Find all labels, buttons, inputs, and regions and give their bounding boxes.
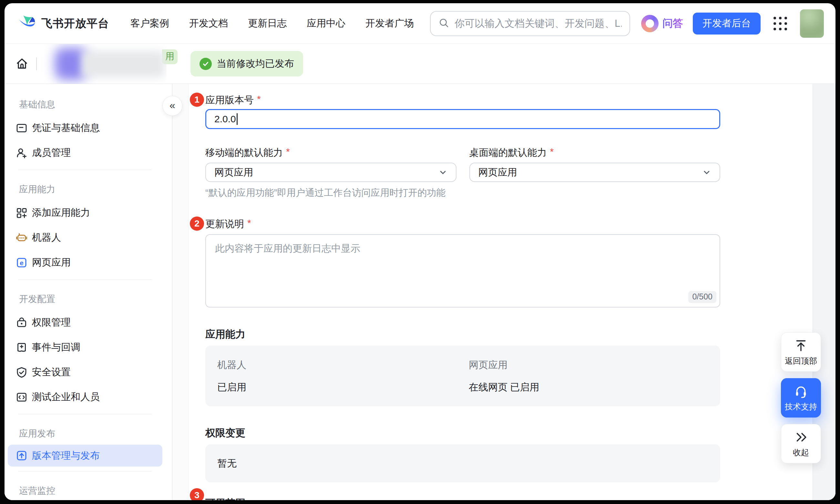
qa-ring-icon	[641, 15, 659, 32]
sidebar-section-publish: 应用发布	[4, 427, 172, 440]
app-name-redacted	[40, 44, 167, 84]
permission-changes-empty: 暂无	[217, 457, 237, 470]
headset-icon	[793, 384, 808, 399]
nav-item-cases[interactable]: 客户案例	[130, 17, 169, 30]
sidebar-item-events[interactable]: 事件与回调	[4, 335, 172, 360]
search-input[interactable]	[455, 18, 622, 29]
changelog-textarea[interactable]: 此内容将于应用的更新日志中显示 0/500	[205, 234, 720, 307]
changelog-label: 更新说明	[205, 217, 244, 231]
check-circle-icon	[199, 58, 212, 70]
required-asterisk: *	[257, 94, 261, 105]
brand-title: 飞书开放平台	[41, 16, 109, 31]
capability-item: 网页应用 在线网页 已启用	[469, 359, 720, 406]
collapse-toolbar-button[interactable]: 收起	[781, 424, 821, 463]
permission-changes-heading: 权限变更	[205, 426, 720, 440]
capabilities-heading: 应用能力	[205, 327, 720, 341]
nav-item-changelog[interactable]: 更新日志	[248, 17, 287, 30]
sidebar-item-bot[interactable]: 机器人	[4, 225, 172, 250]
svg-text:e: e	[20, 259, 23, 266]
text-cursor	[237, 113, 238, 125]
version-label: 应用版本号	[205, 94, 254, 107]
sidebar-section-capabilities: 应用能力	[4, 183, 172, 196]
apps-grid-icon[interactable]	[773, 17, 787, 30]
publish-status-text: 当前修改均已发布	[216, 57, 294, 70]
permission-changes-panel: 暂无	[205, 444, 720, 482]
sidebar-item-web-app[interactable]: e 网页应用	[4, 250, 172, 275]
sidebar-item-members[interactable]: 成员管理	[4, 140, 172, 165]
doc-search-box[interactable]	[430, 11, 630, 36]
changelog-label-row: 2 更新说明 *	[205, 217, 720, 231]
chevron-down-icon	[438, 168, 448, 177]
grid-add-icon	[15, 206, 28, 219]
feishu-logo-icon	[17, 14, 36, 34]
top-navigation: 飞书开放平台 客户案例 开发文档 更新日志 应用中心 开发者广场 问答 开发者后…	[4, 3, 836, 44]
search-icon	[438, 17, 449, 30]
step-1-badge: 1	[190, 93, 204, 107]
divider	[36, 57, 37, 70]
developer-console-button[interactable]: 开发者后台	[693, 13, 760, 35]
desktop-capability-select[interactable]: 网页应用	[469, 163, 720, 182]
qa-label: 问答	[662, 16, 683, 31]
home-icon[interactable]	[14, 56, 30, 72]
version-label-row: 1 应用版本号 *	[205, 93, 720, 107]
sidebar-collapse-button[interactable]: «	[162, 96, 182, 116]
lock-icon	[15, 316, 28, 329]
user-avatar[interactable]	[800, 10, 824, 38]
code-brackets-icon	[15, 391, 28, 404]
nav-item-app-center[interactable]: 应用中心	[307, 17, 346, 30]
step-2-badge: 2	[190, 216, 204, 231]
nav-item-docs[interactable]: 开发文档	[189, 17, 228, 30]
capabilities-panel: 机器人 已启用 网页应用 在线网页 已启用	[205, 346, 720, 406]
brand[interactable]: 飞书开放平台	[17, 14, 109, 34]
sidebar-item-test-org[interactable]: 测试企业和人员	[4, 384, 172, 410]
sidebar-section-monitoring: 运营监控	[4, 484, 172, 497]
sidebar-item-permissions[interactable]: 权限管理	[4, 310, 172, 335]
sidebar-section-basic-info: 基础信息	[4, 98, 172, 111]
sidebar-gutter	[172, 84, 189, 500]
version-publish-form: 1 应用版本号 * 2.0.0 移动端的默认能力 *	[205, 84, 720, 500]
mobile-capability-label: 移动端的默认能力	[205, 146, 283, 159]
browser-window: 飞书开放平台 客户案例 开发文档 更新日志 应用中心 开发者广场 问答 开发者后…	[4, 3, 836, 500]
nav-item-dev-plaza[interactable]: 开发者广场	[365, 17, 414, 30]
sidebar-item-security[interactable]: 安全设置	[4, 360, 172, 384]
event-plus-icon	[15, 341, 28, 354]
app-version-input[interactable]: 2.0.0	[205, 109, 720, 129]
shield-check-icon	[15, 366, 28, 379]
person-add-icon	[15, 146, 28, 159]
id-card-icon	[15, 122, 28, 134]
tech-support-button[interactable]: 技术支持	[781, 378, 821, 417]
capability-item: 机器人 已启用	[217, 359, 469, 406]
back-to-top-button[interactable]: 返回顶部	[781, 332, 821, 372]
sidebar-item-version-management[interactable]: 版本管理与发布	[8, 445, 162, 467]
main-content: 1 应用版本号 * 2.0.0 移动端的默认能力 *	[189, 84, 836, 500]
capability-hint: “默认的应用功能”即用户通过工作台访问应用时打开的功能	[205, 186, 456, 199]
double-chevron-right-icon	[793, 430, 808, 445]
step-3-badge: 3	[190, 488, 204, 500]
sidebar: 基础信息 凭证与基础信息 成员管理	[4, 84, 172, 500]
arrow-up-to-line-icon	[793, 338, 808, 353]
publish-up-icon	[15, 449, 28, 462]
desktop-capability-label: 桌面端的默认能力	[469, 146, 547, 159]
qa-entry[interactable]: 问答	[641, 15, 683, 32]
mobile-capability-select[interactable]: 网页应用	[205, 163, 456, 182]
app-header-bar: 用 当前修改均已发布	[4, 44, 836, 84]
web-app-e-icon: e	[15, 256, 28, 269]
scope-section: 3 可用范围	[205, 488, 720, 500]
sidebar-item-credentials[interactable]: 凭证与基础信息	[4, 115, 172, 140]
robot-icon	[15, 231, 28, 244]
chevron-down-icon	[702, 168, 711, 177]
publish-status-badge: 当前修改均已发布	[191, 51, 303, 76]
changelog-placeholder: 此内容将于应用的更新日志中显示	[215, 243, 360, 254]
nav-menu: 客户案例 开发文档 更新日志 应用中心 开发者广场	[130, 17, 414, 30]
scope-label: 可用范围	[205, 497, 245, 500]
sidebar-item-add-capability[interactable]: 添加应用能力	[4, 200, 172, 225]
sidebar-section-dev-config: 开发配置	[4, 293, 172, 306]
char-counter: 0/500	[688, 291, 716, 303]
floating-toolbar: 返回顶部 技术支持 收起	[781, 332, 821, 463]
